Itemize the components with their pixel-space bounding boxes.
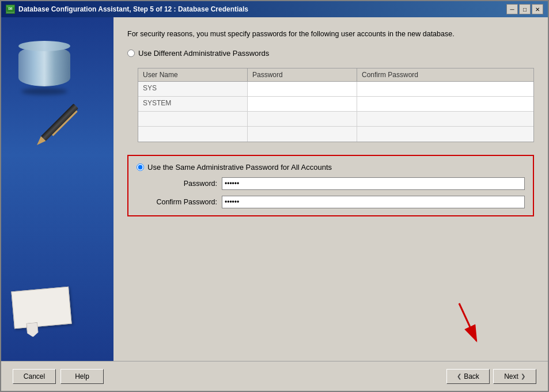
empty-cell xyxy=(248,112,357,126)
password-label: Password: xyxy=(148,180,217,188)
drum-shadow xyxy=(21,88,67,95)
different-passwords-section: Use Different Administrative Passwords xyxy=(127,49,534,58)
empty-cell xyxy=(357,112,533,126)
intro-text: For security reasons, you must specify p… xyxy=(127,29,534,40)
drum-body xyxy=(18,46,70,86)
col-password: Password xyxy=(248,68,357,81)
app-icon: DB xyxy=(6,5,15,14)
cancel-label: Cancel xyxy=(24,372,45,380)
pen-decoration xyxy=(35,104,78,147)
empty-cell xyxy=(248,127,357,142)
pen-clip xyxy=(52,111,78,136)
decorative-art xyxy=(7,29,108,349)
table-row-empty-2 xyxy=(138,127,533,142)
back-label: Back xyxy=(464,372,479,380)
bottom-left-buttons: Cancel Help xyxy=(13,369,104,384)
table-row: SYSTEM xyxy=(138,97,533,112)
drum-top xyxy=(18,41,70,51)
pen-body xyxy=(41,104,78,141)
row-sys-password[interactable] xyxy=(248,82,357,96)
table-header: User Name Password Confirm Password xyxy=(138,68,533,82)
password-row: Password: xyxy=(148,177,525,190)
back-chevron: ❮ xyxy=(457,373,461,379)
svg-text:DB: DB xyxy=(8,7,13,10)
password-input[interactable] xyxy=(222,177,525,190)
bottom-right-buttons: ❮ Back Next ❯ xyxy=(446,369,536,384)
minimize-button[interactable]: ─ xyxy=(506,4,518,14)
paper-tag xyxy=(26,322,39,338)
col-confirm: Confirm Password xyxy=(357,68,533,81)
empty-cell xyxy=(138,127,248,142)
next-arrow xyxy=(442,298,488,349)
next-button[interactable]: Next ❯ xyxy=(493,369,536,384)
close-button[interactable]: ✕ xyxy=(532,4,543,14)
table-row: SYS xyxy=(138,82,533,97)
same-password-section: Use the Same Administrative Password for… xyxy=(127,155,534,216)
title-bar-left: DB Database Configuration Assistant, Ste… xyxy=(6,5,248,14)
window-title: Database Configuration Assistant, Step 5… xyxy=(18,5,248,13)
credentials-table: User Name Password Confirm Password SYS … xyxy=(138,68,534,142)
next-label: Next xyxy=(504,372,518,380)
left-panel xyxy=(1,17,113,361)
title-bar: DB Database Configuration Assistant, Ste… xyxy=(1,1,548,17)
help-label: Help xyxy=(75,372,89,380)
table-row-empty-1 xyxy=(138,112,533,127)
row-system-confirm[interactable] xyxy=(357,97,533,111)
row-system-password[interactable] xyxy=(248,97,357,111)
empty-cell xyxy=(357,127,533,142)
confirm-password-input[interactable] xyxy=(222,196,525,208)
svg-line-4 xyxy=(459,303,476,341)
cancel-button[interactable]: Cancel xyxy=(13,369,56,384)
different-passwords-label: Use Different Administrative Passwords xyxy=(138,49,269,58)
different-passwords-radio[interactable] xyxy=(127,50,135,57)
same-password-radio-row: Use the Same Administrative Password for… xyxy=(137,163,525,172)
row-sys-username: SYS xyxy=(138,82,248,96)
back-button[interactable]: ❮ Back xyxy=(446,369,490,384)
next-chevron: ❯ xyxy=(521,373,525,379)
row-system-username: SYSTEM xyxy=(138,97,248,111)
maximize-button[interactable]: □ xyxy=(519,4,531,14)
database-drum xyxy=(18,46,70,86)
help-button[interactable]: Help xyxy=(60,369,104,384)
confirm-password-label: Confirm Password: xyxy=(148,198,217,206)
confirm-password-row: Confirm Password: xyxy=(148,196,525,208)
empty-cell xyxy=(138,112,248,126)
paper-decoration xyxy=(13,289,70,326)
same-password-radio[interactable] xyxy=(137,163,144,171)
arrow-area xyxy=(127,223,534,355)
title-controls: ─ □ ✕ xyxy=(506,4,543,14)
main-window: DB Database Configuration Assistant, Ste… xyxy=(0,0,549,392)
row-sys-confirm[interactable] xyxy=(357,82,533,96)
same-password-label: Use the Same Administrative Password for… xyxy=(147,163,332,172)
bottom-bar: Cancel Help ❮ Back Next ❯ xyxy=(1,361,548,391)
right-panel: For security reasons, you must specify p… xyxy=(113,17,548,361)
paper xyxy=(11,287,71,329)
main-body: For security reasons, you must specify p… xyxy=(1,17,548,361)
col-username: User Name xyxy=(138,68,248,81)
